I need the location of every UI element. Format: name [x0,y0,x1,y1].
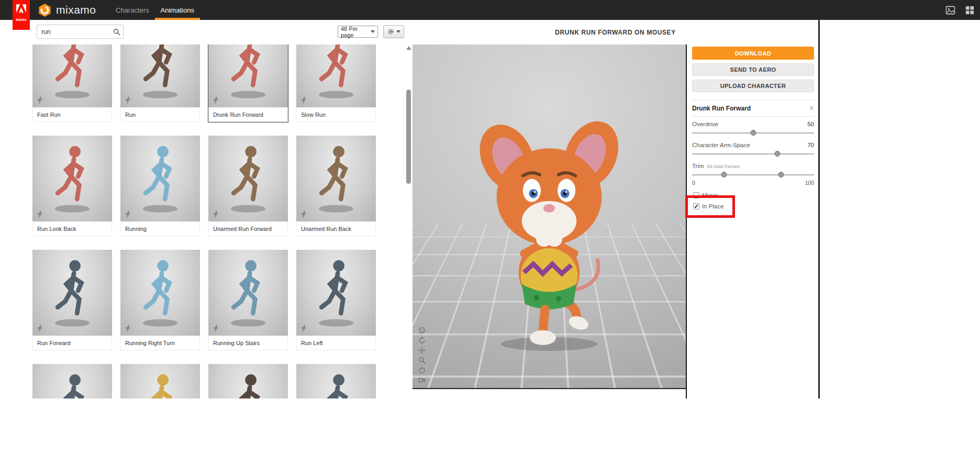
animation-card[interactable]: Unarmed Run Forward [208,136,288,236]
animation-card[interactable] [32,364,112,398]
animation-thumbnail[interactable] [32,364,112,398]
assets-icon[interactable] [945,5,955,15]
animation-thumbnail[interactable] [120,250,200,336]
animation-card-label: Unarmed Run Forward [208,222,288,236]
arm-space-track [692,153,814,154]
animation-thumbnail[interactable] [296,364,376,398]
search-icon[interactable] [113,28,120,36]
animation-thumbnail[interactable] [208,364,288,398]
scrollbar-thumb[interactable] [406,90,411,184]
animation-card-label: Running Right Turn [120,336,200,350]
trim-min: 0 [692,180,695,186]
animation-thumbnail[interactable] [120,45,200,107]
animation-card-label: Drunk Run Forward [208,107,288,122]
trim-start-handle[interactable] [721,172,727,178]
animation-card[interactable] [120,364,200,398]
mirror-checkbox[interactable]: Mirror [693,192,814,198]
upload-character-button[interactable]: UPLOAD CHARACTER [692,80,814,92]
mirror-checkbox-box[interactable] [693,192,699,198]
per-page-select[interactable]: 48 Per page [338,26,378,38]
adobe-mark-icon [16,4,26,13]
viewport-header: DRUNK RUN FORWARD ON MOUSEY [413,20,818,45]
overdrive-value: 50 [807,121,814,127]
search-input[interactable] [37,25,110,38]
download-button[interactable]: DOWNLOAD [692,47,814,60]
brand-name: mixamo [56,4,96,16]
animation-type-icon [36,211,43,218]
face-icon[interactable] [418,327,426,334]
animation-card[interactable] [208,364,288,398]
camera-icon[interactable] [418,377,426,384]
animation-card[interactable]: Slow Run [296,45,376,122]
trim-track [692,174,814,175]
overdrive-handle[interactable] [750,130,756,136]
timeline-strip [413,390,686,398]
animation-thumbnail[interactable] [120,136,200,222]
animation-type-icon [36,325,43,333]
search-box [37,25,124,39]
send-to-aero-button[interactable]: SEND TO AERO [692,63,814,76]
zoom-icon[interactable] [418,357,426,364]
trim-max: 100 [805,180,814,186]
in-place-checkbox[interactable]: In Place [693,203,814,209]
settings-button[interactable] [383,25,404,38]
pan-icon[interactable] [418,347,426,354]
mixamo-logo[interactable]: mixamo [38,0,96,20]
scroll-up-arrow[interactable] [406,46,411,50]
topbar-actions [945,0,975,20]
viewport-3d[interactable] [413,45,686,389]
animation-card[interactable]: Run Forward [32,250,112,350]
animation-card[interactable]: Run [120,45,200,122]
overdrive-label: Overdrive [692,121,718,127]
tab-animations[interactable]: Animations [155,0,200,20]
animation-card[interactable]: Running [120,136,200,236]
trim-end-handle[interactable] [778,172,784,178]
animation-type-icon [211,211,219,218]
adobe-logo[interactable]: Adobe [13,0,30,30]
viewport-controls [418,327,426,384]
character-render [221,142,275,215]
character-render [45,256,99,329]
animation-card[interactable] [296,364,376,398]
overdrive-slider[interactable] [692,129,814,137]
animation-thumbnail[interactable] [32,136,112,222]
animation-card[interactable]: Running Right Turn [120,250,200,350]
animation-thumbnail[interactable] [208,45,288,107]
animation-thumbnail[interactable] [32,250,112,336]
animation-card-label: Running Up Stairs [208,336,288,350]
in-place-checkbox-box[interactable] [693,203,699,209]
animation-card[interactable]: Run Look Back [32,136,112,236]
animation-card[interactable]: Unarmed Run Back [296,136,376,236]
trim-frames-note: 56 total frames [707,163,740,169]
scrollbar[interactable] [406,45,412,398]
reset-icon[interactable] [418,367,426,374]
animation-thumbnail[interactable] [296,250,376,336]
animation-thumbnail[interactable] [296,136,376,222]
trim-slider[interactable] [692,171,814,179]
library-toolbar: 48 Per page [0,20,413,45]
apps-icon[interactable] [965,5,975,15]
arm-space-slider[interactable] [692,150,814,158]
animation-thumbnail[interactable] [208,250,288,336]
viewport-title: DRUNK RUN FORWARD ON MOUSEY [555,29,676,36]
close-icon[interactable]: × [809,105,814,112]
chevron-down-icon [396,30,400,35]
orbit-icon[interactable] [418,337,426,344]
character-render [133,370,187,398]
animation-card[interactable]: Drunk Run Forward [208,45,288,122]
animation-thumbnail[interactable] [296,45,376,107]
animation-card[interactable]: Fast Run [32,45,112,122]
animation-thumbnail[interactable] [32,45,112,107]
animation-type-icon [211,96,219,104]
tab-characters[interactable]: Characters [110,0,155,20]
in-place-label: In Place [702,203,724,209]
animation-thumbnail[interactable] [208,136,288,222]
overdrive-control: Overdrive 50 [692,121,814,137]
arm-space-handle[interactable] [775,151,781,157]
animation-card[interactable]: Running Up Stairs [208,250,288,350]
animation-card[interactable]: Run Left [296,250,376,350]
animation-type-icon [36,96,43,104]
character-render [45,45,99,101]
animation-thumbnail[interactable] [120,364,200,398]
animation-card-label: Unarmed Run Back [296,222,376,236]
